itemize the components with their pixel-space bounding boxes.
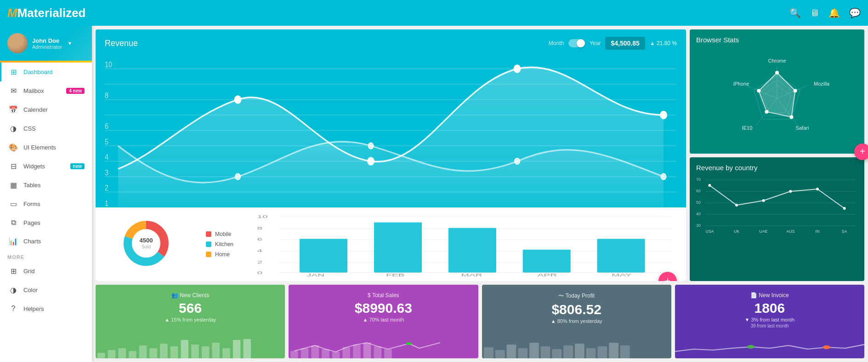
svg-text:3: 3 <box>105 168 108 177</box>
svg-rect-54 <box>597 239 645 272</box>
logo: MMaterialized <box>7 6 86 20</box>
sidebar-item-label: Charts <box>23 238 41 245</box>
total-sales-chart <box>289 335 478 358</box>
sidebar-item-label: UI Elements <box>23 144 56 151</box>
svg-point-92 <box>789 190 792 193</box>
svg-point-93 <box>816 188 819 190</box>
color-icon: ◑ <box>9 286 18 294</box>
svg-text:Safari: Safari <box>796 125 809 131</box>
svg-rect-101 <box>97 353 105 358</box>
browser-stats-add-button[interactable]: + <box>854 144 868 160</box>
svg-point-94 <box>843 207 846 210</box>
sidebar-more-section: MORE <box>0 251 92 262</box>
stat-card-new-clients: 👥 New Clients 566 ▲ 15% from yesterday <box>96 285 285 358</box>
chart-bottom-row: 4500 Sold Mobile Kitchen <box>96 207 686 281</box>
chat-icon[interactable]: 💬 <box>849 7 861 18</box>
svg-point-17 <box>234 96 241 103</box>
svg-rect-103 <box>118 348 125 358</box>
revenue-toggle-area: Month Year $4,500.85 ▲ 21.80 % <box>549 37 677 50</box>
svg-point-90 <box>735 204 738 207</box>
svg-rect-105 <box>139 345 147 358</box>
sidebar-item-forms[interactable]: ▭ Forms <box>0 195 92 213</box>
sidebar-item-widgets[interactable]: ⊟ Widgets new <box>0 157 92 176</box>
svg-rect-107 <box>160 344 167 358</box>
svg-text:10: 10 <box>105 60 112 69</box>
new-clients-sub: ▲ 15% from yesterday <box>103 317 278 322</box>
revenue-country-title: Revenue by country <box>696 164 858 172</box>
toggle-year-label: Year <box>590 40 601 46</box>
sidebar-item-css[interactable]: ◑ CSS <box>0 119 92 138</box>
topnav-icons: 🔍 🖥 🔔 💬 <box>789 7 861 18</box>
svg-text:5: 5 <box>105 138 108 146</box>
svg-text:40: 40 <box>696 211 701 216</box>
donut-chart-svg: 4500 Sold <box>119 216 174 271</box>
sidebar-item-dashboard[interactable]: ⊞ Dashboard <box>0 63 92 81</box>
new-invoice-title: 📄 New Invoice <box>682 292 857 299</box>
svg-text:IE10: IE10 <box>742 125 753 131</box>
svg-point-141 <box>823 345 830 349</box>
svg-rect-131 <box>529 343 539 358</box>
svg-point-71 <box>790 115 794 119</box>
svg-point-72 <box>765 110 769 114</box>
mobile-dot <box>206 231 211 237</box>
svg-rect-138 <box>609 343 618 358</box>
sidebar-item-calender[interactable]: 📅 Calender <box>0 100 92 119</box>
svg-text:FEB: FEB <box>386 272 404 276</box>
user-info: John Doe Administrator <box>32 37 62 50</box>
css-icon: ◑ <box>9 124 18 133</box>
revenue-change: ▲ 21.80 % <box>650 40 677 46</box>
svg-rect-128 <box>495 350 505 358</box>
sidebar-item-label: Forms <box>23 201 40 207</box>
svg-text:8: 8 <box>257 225 263 230</box>
svg-text:8: 8 <box>105 91 108 99</box>
stat-card-total-sales: $ Total Sales $8990.63 ▲ 70% last month <box>289 285 478 358</box>
new-invoice-chart <box>675 335 864 358</box>
arrow-down-icon: ▼ <box>745 317 750 322</box>
svg-rect-53 <box>523 250 571 273</box>
svg-rect-130 <box>518 348 528 358</box>
legend-item-home: Home <box>206 251 233 258</box>
svg-point-70 <box>794 89 797 92</box>
grid-icon: ⊞ <box>9 267 18 276</box>
sidebar-item-charts[interactable]: 📊 Charts <box>0 232 92 251</box>
bell-icon[interactable]: 🔔 <box>828 7 840 18</box>
sidebar: John Doe Administrator ▾ ⊞ Dashboard ✉ M… <box>0 26 92 362</box>
revenue-toggle[interactable] <box>568 39 585 47</box>
sidebar-username: John Doe <box>32 37 62 44</box>
sidebar-item-helpers[interactable]: ? Helpers <box>0 299 92 318</box>
svg-rect-118 <box>312 345 319 358</box>
stat-card-today-profit: 〜 Today Profit $806.52 ▲ 80% from yester… <box>482 285 671 358</box>
svg-rect-112 <box>212 343 220 358</box>
desktop-icon[interactable]: 🖥 <box>810 8 819 18</box>
svg-point-140 <box>747 345 754 349</box>
stat-cards-row: 👥 New Clients 566 ▲ 15% from yesterday <box>96 285 864 358</box>
sidebar-item-tables[interactable]: ▦ Tables <box>0 176 92 195</box>
svg-text:4: 4 <box>105 153 108 161</box>
chevron-down-icon: ▾ <box>68 40 71 46</box>
top-content-row: Revenue Month Year $4,500.85 ▲ 21.80 % <box>96 29 864 281</box>
calender-icon: 📅 <box>9 105 18 114</box>
svg-text:SA: SA <box>842 229 847 233</box>
avatar <box>7 33 28 53</box>
sidebar-item-color[interactable]: ◑ Color <box>0 281 92 299</box>
sidebar-item-mailbox[interactable]: ✉ Mailbox 4 new <box>0 81 92 100</box>
svg-rect-108 <box>170 346 178 358</box>
sidebar-item-label: Widgets <box>23 163 45 170</box>
svg-point-69 <box>775 71 779 75</box>
sidebar-item-pages[interactable]: ⧉ Pages <box>0 213 92 232</box>
svg-text:IN: IN <box>816 229 820 233</box>
svg-rect-111 <box>202 346 209 358</box>
svg-text:MAY: MAY <box>612 272 632 276</box>
main-layout: John Doe Administrator ▾ ⊞ Dashboard ✉ M… <box>0 26 868 362</box>
sidebar-item-grid[interactable]: ⊞ Grid <box>0 262 92 281</box>
today-profit-sub: ▲ 80% from yesterday <box>489 318 664 324</box>
browser-stats-title: Browser Stats <box>696 36 858 44</box>
sidebar-item-ui-elements[interactable]: 🎨 UI Elements <box>0 138 92 157</box>
line-chart-area: 10 8 6 5 4 3 2 1 <box>96 53 686 207</box>
svg-text:MAR: MAR <box>461 272 482 276</box>
search-icon[interactable]: 🔍 <box>789 7 801 18</box>
dashboard-icon: ⊞ <box>9 68 18 76</box>
svg-rect-123 <box>363 343 371 358</box>
home-dot <box>206 252 211 257</box>
svg-rect-110 <box>191 345 199 358</box>
